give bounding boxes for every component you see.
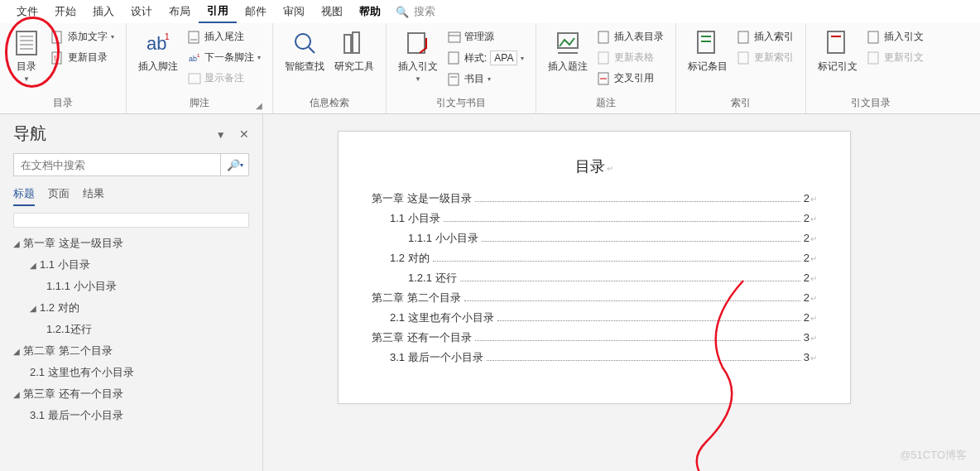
insert-toa-button[interactable]: 插入引文	[866, 28, 925, 46]
nav-tree-item[interactable]: ◢1.1 小目录	[13, 254, 249, 276]
tree-item-label: 第二章 第二个目录	[23, 344, 113, 358]
manage-sources-button[interactable]: 管理源	[446, 28, 526, 46]
tab-references[interactable]: 引用	[199, 0, 237, 23]
toc-page: 2	[804, 291, 817, 304]
mark-citation-button[interactable]: 标记引文	[813, 26, 862, 77]
tab-design[interactable]: 设计	[122, 1, 161, 22]
svg-rect-36	[738, 52, 748, 64]
nav-tab-headings[interactable]: 标题	[13, 186, 35, 206]
nav-tree-item[interactable]: 1.2.1还行	[13, 319, 249, 340]
chevron-down-icon: ▼	[23, 75, 30, 83]
toc-entry[interactable]: 第三章 还有一个目录3	[372, 330, 817, 345]
tab-help[interactable]: 帮助	[351, 1, 389, 22]
group-citations: 插入引文 ▼ 管理源 样式: APA ▾	[387, 23, 536, 113]
toc-page: 2	[804, 212, 817, 224]
work-area: 导航 ▼ ✕ 🔎 ▾ 标题 页面 结果 ◢第一章 这是一级目录◢1.1 小目录1…	[0, 114, 980, 471]
toc-entry[interactable]: 3.1 最后一个小目录3	[372, 350, 817, 365]
nav-tree-item[interactable]: 2.1 这里也有个小目录	[13, 362, 249, 383]
toc-text: 1.1.1 小小目录	[408, 231, 478, 246]
update-toc-icon: !	[51, 51, 65, 65]
tab-layout[interactable]: 布局	[161, 1, 199, 22]
smart-lookup-icon	[291, 30, 318, 56]
toc-entry[interactable]: 第一章 这是一级目录2	[372, 191, 817, 206]
toc-text: 2.1 这里也有个小目录	[390, 310, 494, 325]
nav-dropdown-icon[interactable]: ▼	[216, 129, 226, 141]
dialog-launcher-icon[interactable]: ◢	[256, 101, 262, 110]
tree-item-label: 2.1 这里也有个小目录	[30, 365, 134, 380]
update-toa-button: 更新引文	[866, 49, 925, 66]
toc-text: 1.1 小目录	[390, 211, 440, 226]
tab-file[interactable]: 文件	[8, 1, 46, 22]
nav-tree-item[interactable]: ◢第一章 这是一级目录	[13, 233, 249, 254]
search-icon[interactable]: 🔍	[396, 6, 409, 18]
nav-tree-item[interactable]: ◢1.2 对的	[13, 297, 249, 319]
toc-page: 2	[804, 272, 817, 284]
insert-footnote-button[interactable]: ab1 插入脚注	[133, 26, 183, 77]
cross-reference-button[interactable]: 交叉引用	[596, 70, 665, 87]
add-text-button[interactable]: + 添加文字 ▾	[50, 28, 116, 46]
nav-search-button[interactable]: 🔎 ▾	[220, 154, 248, 175]
nav-tree-item[interactable]: ◢第三章 还有一个目录	[13, 383, 249, 405]
tab-insert[interactable]: 插入	[84, 1, 122, 22]
svg-text:ab: ab	[147, 33, 166, 54]
svg-rect-37	[828, 31, 844, 53]
group-captions: 插入题注 插入表目录 更新表格	[536, 23, 676, 113]
next-footnote-button[interactable]: ab1 下一条脚注 ▾	[186, 49, 262, 66]
nav-search-input[interactable]	[14, 154, 220, 175]
bibliography-icon	[448, 73, 461, 86]
toc-entry[interactable]: 第二章 第二个目录2	[372, 291, 817, 305]
svg-rect-40	[868, 52, 878, 64]
navigation-pane: 导航 ▼ ✕ 🔎 ▾ 标题 页面 结果 ◢第一章 这是一级目录◢1.1 小目录1…	[0, 114, 263, 471]
update-toc-button[interactable]: ! 更新目录	[50, 49, 116, 66]
nav-tree-item[interactable]: 3.1 最后一个小目录	[13, 405, 249, 426]
mark-entry-button[interactable]: 标记条目	[683, 26, 733, 77]
bibliography-button[interactable]: 书目 ▾	[446, 70, 526, 88]
insert-tof-button[interactable]: 插入表目录	[596, 28, 665, 46]
group-toa: 标记引文 插入引文 更新引文 引文目录	[806, 23, 935, 113]
nav-tab-pages[interactable]: 页面	[48, 186, 70, 206]
citation-style-select[interactable]: 样式: APA ▾	[446, 49, 526, 67]
group-toc-label: 目录	[7, 94, 119, 113]
watermark: @51CTO博客	[900, 448, 967, 463]
toc-entry[interactable]: 1.2 对的2	[372, 251, 817, 266]
group-captions-label: 题注	[543, 94, 669, 113]
svg-rect-35	[738, 31, 748, 43]
tab-review[interactable]: 审阅	[275, 1, 313, 22]
tree-item-label: 第三章 还有一个目录	[23, 387, 123, 401]
svg-rect-11	[189, 31, 199, 43]
tab-home[interactable]: 开始	[46, 1, 84, 22]
tree-item-label: 1.1.1 小小目录	[46, 279, 117, 294]
tab-mail[interactable]: 邮件	[237, 1, 275, 22]
insert-index-button[interactable]: 插入索引	[736, 28, 795, 46]
nav-tree-item[interactable]: 1.1.1 小小目录	[13, 276, 249, 297]
nav-top-bar[interactable]	[13, 213, 249, 228]
svg-text:1: 1	[197, 53, 200, 58]
toc-entry[interactable]: 1.1 小目录2	[372, 211, 817, 226]
tab-view[interactable]: 视图	[313, 1, 351, 22]
svg-text:+: +	[55, 34, 59, 41]
svg-rect-18	[344, 35, 351, 53]
insert-citation-button[interactable]: 插入引文 ▼	[393, 26, 443, 86]
toc-entry[interactable]: 1.1.1 小小目录2	[372, 231, 817, 246]
document-area[interactable]: 目录 第一章 这是一级目录21.1 小目录21.1.1 小小目录21.2 对的2…	[263, 114, 980, 471]
show-notes-icon	[188, 72, 201, 85]
close-icon[interactable]: ✕	[239, 127, 249, 141]
svg-rect-0	[17, 31, 36, 55]
toc-button[interactable]: 目录 ▼	[7, 26, 46, 86]
svg-point-16	[295, 34, 310, 49]
search-label[interactable]: 搜索	[414, 4, 435, 19]
footnote-icon: ab1	[145, 30, 171, 56]
toc-entry[interactable]: 1.2.1 还行2	[372, 271, 817, 286]
group-research-label: 信息检索	[280, 94, 379, 113]
smart-lookup-button[interactable]: 智能查找	[280, 26, 329, 77]
insert-caption-button[interactable]: 插入题注	[543, 26, 593, 77]
insert-endnote-button[interactable]: 插入尾注	[186, 28, 262, 46]
research-tools-button[interactable]: 研究工具	[329, 26, 379, 77]
nav-search: 🔎 ▾	[13, 153, 249, 176]
toc-entry[interactable]: 2.1 这里也有个小目录2	[372, 310, 817, 325]
update-index-button: 更新索引	[736, 49, 795, 66]
nav-tree-item[interactable]: ◢第二章 第二个目录	[13, 340, 249, 362]
toc-text: 第一章 这是一级目录	[372, 191, 472, 206]
nav-tab-results[interactable]: 结果	[83, 186, 104, 206]
chevron-icon: ◢	[13, 390, 20, 399]
